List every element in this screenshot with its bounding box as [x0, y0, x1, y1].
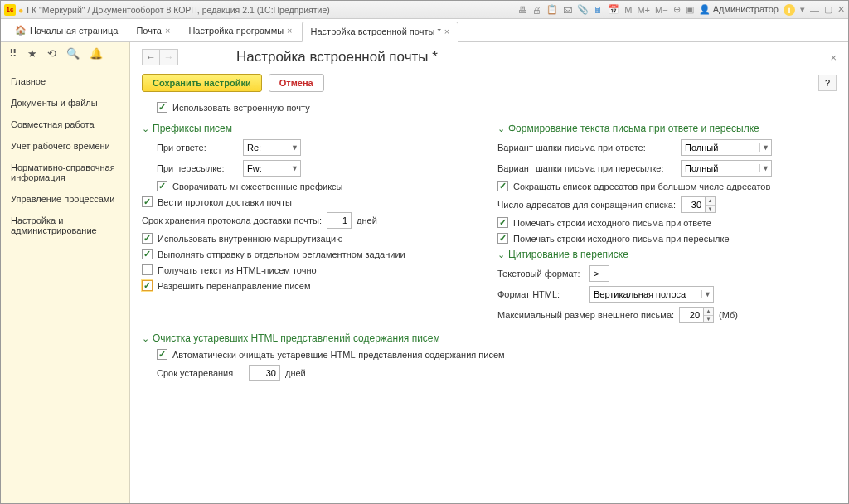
toolbar-icon[interactable]: 🖶	[518, 5, 527, 15]
mark-fwd-checkbox[interactable]	[497, 233, 508, 244]
section-quote[interactable]: Цитирование в переписке	[497, 249, 837, 260]
close-icon[interactable]: ×	[287, 26, 292, 36]
html-exact-checkbox[interactable]	[142, 264, 153, 275]
sidebar-item[interactable]: Документы и файлы	[1, 92, 129, 114]
m-icon[interactable]: M	[624, 5, 632, 15]
protocol-checkbox[interactable]	[142, 196, 153, 207]
header-fwd-select[interactable]: Полный▼	[681, 160, 772, 177]
page-title: Настройка встроенной почты *	[236, 49, 438, 65]
dropdown-icon[interactable]: ▾	[800, 4, 805, 15]
close-icon[interactable]: ✕	[837, 4, 845, 15]
redirect-label: Разрешить перенаправление писем	[158, 281, 311, 291]
reply-prefix-select[interactable]: Re:▼	[243, 139, 301, 156]
title-bar: 1c ● ГК "Меркурий" / Документооборот 8 К…	[1, 1, 848, 19]
close-page-icon[interactable]: ×	[830, 51, 837, 64]
mark-reply-checkbox[interactable]	[497, 217, 508, 228]
forward-button[interactable]: →	[160, 49, 178, 65]
section-prefixes[interactable]: Префиксы писем	[142, 123, 481, 134]
auto-cleanup-checkbox[interactable]	[157, 349, 167, 360]
maximize-icon[interactable]: ▢	[824, 4, 832, 15]
text-format-label: Текстовый формат:	[497, 269, 585, 279]
tab-home[interactable]: 🏠 Начальная страница	[6, 20, 127, 41]
max-size-unit: (Мб)	[719, 310, 800, 320]
collapse-label: Сворачивать множественные префиксы	[172, 182, 343, 191]
m-minus-icon[interactable]: M−	[655, 5, 668, 15]
html-format-select[interactable]: Вертикальная полоса▼	[589, 286, 714, 303]
spin-down-icon[interactable]: ▼	[706, 206, 715, 213]
age-label: Срок устаревания	[157, 368, 244, 378]
routing-checkbox[interactable]	[142, 233, 153, 244]
toolbar-icon[interactable]: 🖨	[532, 5, 541, 15]
toolbar-icon[interactable]: 🖂	[563, 5, 572, 15]
header-reply-select[interactable]: Полный▼	[681, 139, 772, 156]
toolbar-icon[interactable]: 📎	[577, 4, 589, 15]
close-icon[interactable]: ×	[444, 27, 449, 36]
star-icon[interactable]: ●	[18, 5, 23, 15]
count-input[interactable]	[681, 196, 706, 213]
section-cleanup[interactable]: Очистка устаревших HTML представлений со…	[142, 332, 837, 344]
sidebar-item[interactable]: Совместная работа	[1, 114, 129, 135]
fwd-prefix-select[interactable]: Fw:▼	[243, 160, 301, 177]
max-size-spinner[interactable]: ▲▼	[679, 307, 714, 323]
save-button[interactable]: Сохранить настройки	[142, 74, 262, 92]
sidebar: ⠿ ★ ⟲ 🔍 🔔 Главное Документы и файлы Совм…	[1, 42, 130, 503]
zoom-icon[interactable]: ⊕	[673, 4, 681, 15]
history-icon[interactable]: ⟲	[47, 47, 56, 60]
reply-prefix-label: При ответе:	[157, 143, 238, 153]
spin-up-icon[interactable]: ▲	[704, 308, 713, 316]
storage-unit: дней	[357, 216, 438, 225]
m-plus-icon[interactable]: M+	[637, 5, 650, 15]
chevron-down-icon[interactable]: ▼	[289, 164, 300, 172]
help-button[interactable]: ?	[818, 75, 837, 91]
reglament-checkbox[interactable]	[142, 249, 153, 259]
tab-mail-settings[interactable]: Настройка встроенной почты * ×	[302, 22, 459, 42]
collapse-checkbox[interactable]	[157, 181, 167, 191]
star-icon[interactable]: ★	[27, 47, 37, 60]
tab-bar: 🏠 Начальная страница Почта × Настройка п…	[1, 19, 848, 42]
chevron-down-icon[interactable]: ▼	[289, 143, 300, 152]
search-icon[interactable]: 🔍	[66, 47, 80, 60]
minimize-icon[interactable]: —	[810, 5, 819, 15]
count-spinner[interactable]: ▲▼	[681, 196, 716, 213]
calculator-icon[interactable]: 🖩	[594, 5, 603, 15]
close-icon[interactable]: ×	[165, 26, 170, 36]
info-icon[interactable]: i	[784, 4, 795, 16]
panel-icon[interactable]: ▣	[686, 4, 694, 15]
redirect-checkbox[interactable]	[142, 280, 153, 291]
spin-down-icon[interactable]: ▼	[704, 316, 713, 323]
user-label[interactable]: 👤 Администратор	[699, 4, 779, 15]
chevron-down-icon[interactable]: ▼	[759, 143, 771, 152]
max-size-label: Максимальный размер внешнего письма:	[497, 310, 674, 320]
grid-icon[interactable]: ⠿	[9, 47, 17, 60]
shorten-checkbox[interactable]	[497, 181, 508, 191]
sidebar-item[interactable]: Главное	[1, 70, 129, 92]
sidebar-toolbar: ⠿ ★ ⟲ 🔍 🔔	[1, 42, 129, 65]
toolbar-icon[interactable]: 📋	[546, 4, 558, 15]
bell-icon[interactable]: 🔔	[90, 47, 103, 60]
age-input[interactable]	[249, 365, 280, 381]
chevron-down-icon[interactable]: ▼	[759, 164, 771, 172]
back-button[interactable]: ←	[142, 49, 160, 65]
section-reply[interactable]: Формирование текста письма при ответе и …	[497, 123, 837, 134]
shorten-label: Сокращать список адресатов при большом ч…	[513, 182, 770, 191]
content: ← → Настройка встроенной почты * × Сохра…	[130, 42, 848, 503]
calendar-icon[interactable]: 📅	[608, 4, 619, 15]
storage-input[interactable]	[327, 212, 352, 229]
sidebar-item[interactable]: Управление процессами	[1, 188, 129, 210]
app-icon: 1c	[4, 4, 16, 16]
chevron-down-icon[interactable]: ▼	[701, 290, 713, 298]
spin-up-icon[interactable]: ▲	[706, 197, 715, 206]
sidebar-item[interactable]: Учет рабочего времени	[1, 135, 129, 157]
tab-mail[interactable]: Почта ×	[127, 21, 179, 41]
tab-settings[interactable]: Настройка программы ×	[179, 21, 301, 41]
max-size-input[interactable]	[679, 307, 704, 323]
sidebar-item[interactable]: Настройка и администрирование	[1, 210, 129, 241]
age-unit: дней	[285, 368, 366, 378]
cancel-button[interactable]: Отмена	[269, 74, 324, 92]
text-format-input[interactable]	[589, 265, 609, 282]
sidebar-item[interactable]: Нормативно-справочная информация	[1, 157, 129, 188]
use-mail-checkbox[interactable]	[157, 102, 167, 113]
mark-reply-label: Помечать строки исходного письма при отв…	[513, 218, 711, 228]
auto-cleanup-label: Автоматически очищать устаревшие HTML-пр…	[172, 350, 505, 360]
storage-label: Срок хранения протокола доставки почты:	[142, 216, 322, 225]
